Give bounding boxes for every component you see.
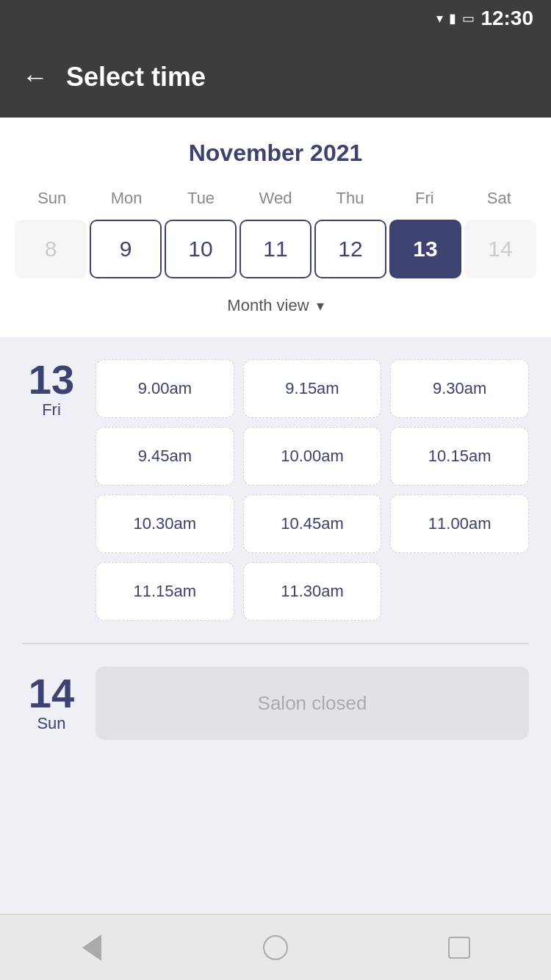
weekday-wed: Wed — [238, 184, 312, 212]
battery-icon: ▭ — [462, 10, 475, 26]
back-button[interactable]: ← — [22, 64, 48, 90]
day-cell-11[interactable]: 11 — [240, 220, 311, 278]
day-name-14: Sun — [37, 714, 65, 733]
day-label-13: 13 Fri — [22, 359, 81, 621]
day-number-13: 13 — [29, 359, 74, 400]
day-cell-9[interactable]: 9 — [90, 220, 162, 278]
back-nav-icon — [82, 934, 101, 961]
time-slot-900am[interactable]: 9.00am — [96, 359, 234, 418]
day-name-13: Fri — [42, 400, 61, 419]
day-block-14: 14 Sun Salon closed — [0, 644, 551, 762]
week-row: 8 9 10 11 12 13 14 — [15, 220, 536, 278]
wifi-icon: ▾ — [436, 10, 443, 26]
weekday-headers: Sun Mon Tue Wed Thu Fri Sat — [15, 184, 536, 212]
day-cell-8[interactable]: 8 — [15, 220, 87, 278]
recent-nav-icon — [448, 937, 470, 959]
time-slot-1100am[interactable]: 11.00am — [390, 494, 529, 553]
salon-closed-label: Salon closed — [96, 666, 529, 740]
time-slot-930am[interactable]: 9.30am — [390, 359, 529, 418]
status-icons: ▾ ▮ ▭ 12:30 — [436, 7, 533, 30]
time-slot-1115am[interactable]: 11.15am — [96, 562, 234, 621]
weekday-fri: Fri — [387, 184, 461, 212]
time-slot-915am[interactable]: 9.15am — [243, 359, 382, 418]
month-year-label: November 2021 — [15, 140, 536, 167]
status-bar: ▾ ▮ ▭ 12:30 — [0, 0, 551, 37]
back-nav-button[interactable] — [70, 926, 114, 970]
page-title: Select time — [66, 62, 206, 93]
day-cell-13[interactable]: 13 — [389, 220, 461, 278]
home-nav-icon — [263, 935, 288, 960]
time-slot-1015am[interactable]: 10.15am — [390, 427, 529, 486]
day-block-13: 13 Fri 9.00am 9.15am 9.30am 9.45am 10.00… — [0, 337, 551, 643]
top-bar: ← Select time — [0, 37, 551, 118]
calendar-section: November 2021 Sun Mon Tue Wed Thu Fri Sa… — [0, 118, 551, 337]
day-label-14: 14 Sun — [22, 673, 81, 733]
weekday-tue: Tue — [164, 184, 238, 212]
weekday-thu: Thu — [313, 184, 387, 212]
weekday-sat: Sat — [462, 184, 536, 212]
day-cell-10[interactable]: 10 — [165, 220, 237, 278]
time-slot-1130am[interactable]: 11.30am — [243, 562, 382, 621]
recent-nav-button[interactable] — [437, 926, 481, 970]
home-nav-button[interactable] — [253, 926, 298, 970]
weekday-mon: Mon — [89, 184, 163, 212]
time-slot-1030am[interactable]: 10.30am — [96, 494, 234, 553]
day-cell-14[interactable]: 14 — [464, 220, 536, 278]
chevron-down-icon: ▾ — [317, 297, 324, 314]
time-slot-1000am[interactable]: 10.00am — [243, 427, 382, 486]
day-cell-12[interactable]: 12 — [314, 220, 386, 278]
time-section: 13 Fri 9.00am 9.15am 9.30am 9.45am 10.00… — [0, 337, 551, 914]
month-view-toggle[interactable]: Month view ▾ — [15, 286, 536, 330]
month-view-label: Month view — [227, 296, 309, 315]
time-slot-945am[interactable]: 9.45am — [96, 427, 234, 486]
status-time: 12:30 — [480, 7, 533, 30]
signal-icon: ▮ — [449, 10, 456, 26]
weekday-sun: Sun — [15, 184, 89, 212]
time-grid-13: 9.00am 9.15am 9.30am 9.45am 10.00am 10.1… — [96, 359, 529, 621]
day-number-14: 14 — [29, 673, 74, 714]
bottom-nav — [0, 914, 551, 980]
time-slot-1045am[interactable]: 10.45am — [243, 494, 382, 553]
